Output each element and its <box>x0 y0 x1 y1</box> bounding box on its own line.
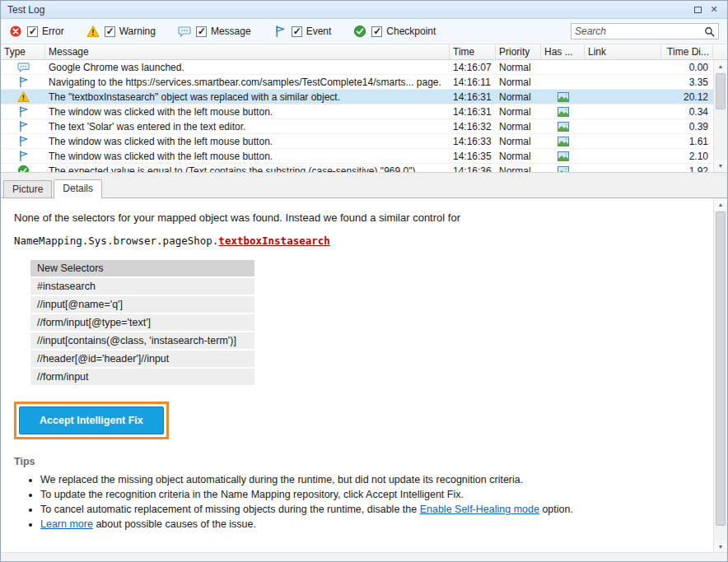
tip-item: Learn more about possible causes of the … <box>40 518 699 530</box>
row-link <box>585 90 661 104</box>
splitter[interactable] <box>1 172 727 179</box>
row-message: Google Chrome was launched. <box>45 60 450 74</box>
message-icon <box>17 61 30 73</box>
table-row[interactable]: The expected value is equal to (Text con… <box>1 164 727 172</box>
table-scrollbar[interactable]: ▲ ▼ <box>713 60 727 172</box>
scrollbar-thumb[interactable] <box>716 73 726 109</box>
table-row[interactable]: Navigating to the https://services.smart… <box>1 75 727 90</box>
learn-more-link[interactable]: Learn more <box>40 518 93 530</box>
row-has-image <box>541 60 585 74</box>
accept-intelligent-fix-button[interactable]: Accept Intelligent Fix <box>19 406 164 434</box>
tip-item: We replaced the missing object automatic… <box>40 474 699 485</box>
checkpoint-icon <box>353 25 366 38</box>
column-header-priority[interactable]: Priority <box>496 44 541 59</box>
tip-text: To update the recognition criteria in th… <box>40 489 464 500</box>
scroll-down-icon[interactable]: ▼ <box>714 541 727 553</box>
screenshot-icon <box>558 122 569 132</box>
test-log-window: Test Log ✕ Error Warning <box>0 0 728 562</box>
warning-icon <box>17 91 30 103</box>
event-checkbox[interactable] <box>292 26 302 37</box>
table-row[interactable]: The window was clicked with the left mou… <box>1 149 727 164</box>
row-link <box>585 60 661 74</box>
details-horizontal-scrollbar[interactable] <box>1 552 727 562</box>
row-time-diff: 0.39 <box>661 119 713 133</box>
row-message: The window was clicked with the left mou… <box>45 134 450 148</box>
selector-row[interactable]: //form/input[@type='text'] <box>30 314 254 332</box>
event-label: Event <box>306 26 332 37</box>
row-time: 14:16:11 <box>450 75 496 89</box>
error-checkbox[interactable] <box>27 26 38 37</box>
detail-tabs: Picture Details <box>1 179 727 197</box>
highlight-frame: Accept Intelligent Fix <box>14 402 169 439</box>
row-time-diff: 0.00 <box>661 60 713 74</box>
selector-row[interactable]: //input[@name='q'] <box>30 296 254 314</box>
tab-details[interactable]: Details <box>54 179 102 198</box>
column-header-time[interactable]: Time <box>450 44 496 59</box>
tip-text: We replaced the missing object automatic… <box>40 474 523 485</box>
column-header-message[interactable]: Message <box>45 44 450 59</box>
mapping-prefix: NameMapping.Sys.browser.pageShop. <box>14 235 218 247</box>
row-time: 14:16:36 <box>450 164 496 172</box>
tips-title: Tips <box>14 456 699 467</box>
selectors-header: New Selectors <box>30 260 254 278</box>
row-priority: Normal <box>496 105 541 118</box>
tip-item: To update the recognition criteria in th… <box>40 489 699 500</box>
selector-row[interactable]: //input[contains(@class, 'instasearch-te… <box>30 332 254 351</box>
tip-item: To cancel automatic replacement of missi… <box>40 504 699 515</box>
column-header-link[interactable]: Link <box>585 44 661 59</box>
error-icon <box>9 25 22 38</box>
row-has-image <box>541 75 585 89</box>
column-header-time-diff[interactable]: Time Di... <box>661 44 713 59</box>
scroll-down-icon[interactable]: ▼ <box>714 160 727 172</box>
self-healing-link[interactable]: Enable Self-Healing mode <box>420 504 539 515</box>
tips-list: We replaced the missing object automatic… <box>14 474 699 530</box>
row-time-diff: 1.61 <box>661 134 713 148</box>
mapped-object-path: NameMapping.Sys.browser.pageShop.textbox… <box>14 235 699 247</box>
filter-toolbar: Error Warning Message Even <box>1 19 727 44</box>
row-link <box>585 134 661 148</box>
details-intro: None of the selectors for your mapped ob… <box>14 211 699 224</box>
scroll-up-icon[interactable]: ▲ <box>714 198 727 211</box>
selector-row[interactable]: #instasearch <box>30 278 254 296</box>
table-row-selected[interactable]: The "textboxInstasearch" object was repl… <box>1 90 727 105</box>
filter-event: Event <box>273 25 332 38</box>
filter-error: Error <box>9 25 64 38</box>
column-header-type[interactable]: Type <box>1 44 45 59</box>
row-message: The window was clicked with the left mou… <box>45 105 450 118</box>
row-time: 14:16:31 <box>450 90 496 104</box>
event-icon <box>17 120 30 132</box>
message-checkbox[interactable] <box>196 26 207 37</box>
mapping-highlight[interactable]: textboxInstasearch <box>218 235 329 247</box>
table-header: Type Message Time Priority Has ... Link … <box>1 44 727 60</box>
row-message: Navigating to the https://services.smart… <box>45 75 450 89</box>
warning-icon <box>86 25 100 38</box>
selector-row[interactable]: //header[@id='header']//input <box>30 351 254 369</box>
screenshot-icon <box>558 92 569 102</box>
scroll-up-icon[interactable]: ▲ <box>714 60 727 72</box>
warning-checkbox[interactable] <box>105 26 115 37</box>
table-row[interactable]: The window was clicked with the left mou… <box>1 105 727 119</box>
details-panel: None of the selectors for your mapped ob… <box>1 197 727 562</box>
column-header-has-image[interactable]: Has ... <box>541 44 585 59</box>
checkpoint-checkbox[interactable] <box>371 26 382 37</box>
screenshot-icon <box>558 137 569 146</box>
table-row[interactable]: The text 'Solar' was entered in the text… <box>1 119 727 134</box>
close-icon[interactable]: ✕ <box>707 3 721 16</box>
float-window-icon[interactable] <box>691 3 704 16</box>
search-icon[interactable] <box>704 26 715 37</box>
new-selectors-table: New Selectors #instasearch //input[@name… <box>30 260 254 387</box>
message-icon <box>178 25 191 38</box>
row-time-diff: 1.92 <box>661 164 713 172</box>
row-message: The expected value is equal to (Text con… <box>45 164 450 172</box>
row-priority: Normal <box>496 134 541 148</box>
table-row[interactable]: Google Chrome was launched. 14:16:07 Nor… <box>1 60 727 75</box>
details-scrollbar[interactable]: ▲ ▼ <box>713 198 727 553</box>
tip-text: about possible causes of the issue. <box>93 518 256 530</box>
scrollbar-thumb[interactable] <box>716 211 726 526</box>
selector-row[interactable]: //form/input <box>30 369 254 387</box>
table-row[interactable]: The window was clicked with the left mou… <box>1 134 727 149</box>
event-icon <box>17 105 30 118</box>
search-input[interactable] <box>575 26 704 37</box>
checkpoint-label: Checkpoint <box>386 26 436 37</box>
tab-picture[interactable]: Picture <box>3 180 52 197</box>
